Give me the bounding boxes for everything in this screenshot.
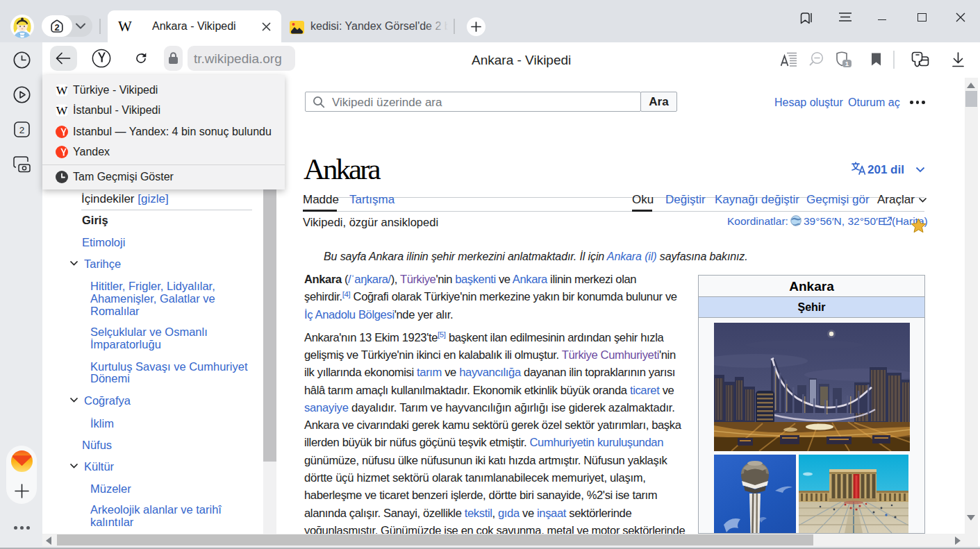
svg-text:W: W xyxy=(56,84,68,96)
svg-text:2: 2 xyxy=(19,125,25,135)
svg-text:W: W xyxy=(56,104,68,117)
svg-text:1: 1 xyxy=(845,60,849,67)
svg-text:2: 2 xyxy=(54,22,59,33)
